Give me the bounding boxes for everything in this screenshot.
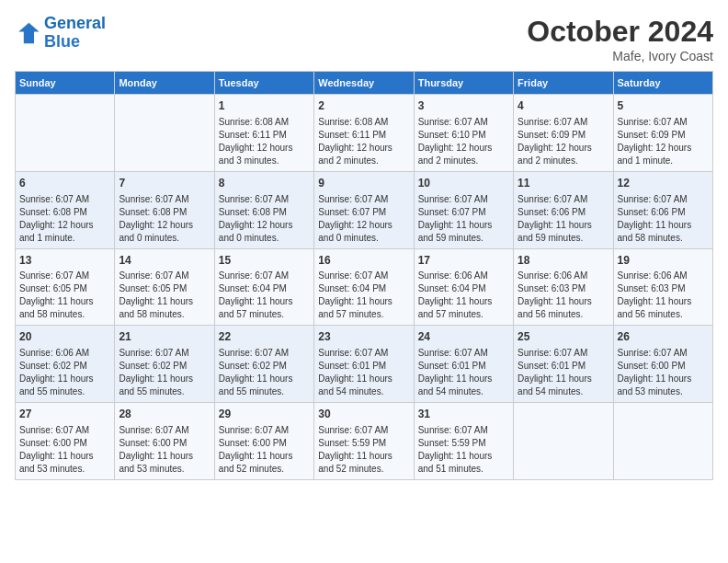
weekday-header: Tuesday: [214, 72, 313, 95]
calendar-cell: 21Sunrise: 6:07 AMSunset: 6:02 PMDayligh…: [115, 326, 214, 403]
day-info: Sunset: 6:04 PM: [219, 282, 310, 295]
day-info: Sunrise: 6:07 AM: [19, 270, 110, 282]
day-number: 16: [318, 253, 409, 269]
calendar-cell: 7Sunrise: 6:07 AMSunset: 6:08 PMDaylight…: [115, 171, 214, 248]
day-info: Sunrise: 6:07 AM: [119, 424, 210, 437]
day-info: Daylight: 11 hours and 54 minutes.: [518, 373, 609, 398]
day-number: 29: [219, 407, 310, 422]
month-title: October 2024: [527, 15, 713, 49]
calendar-cell: 10Sunrise: 6:07 AMSunset: 6:07 PMDayligh…: [414, 171, 513, 248]
calendar-cell: 31Sunrise: 6:07 AMSunset: 5:59 PMDayligh…: [414, 403, 513, 480]
day-info: Sunset: 6:06 PM: [518, 206, 609, 219]
day-info: Sunrise: 6:07 AM: [219, 347, 310, 360]
day-info: Daylight: 11 hours and 56 minutes.: [518, 295, 609, 321]
calendar-cell: 17Sunrise: 6:06 AMSunset: 6:04 PMDayligh…: [414, 248, 513, 326]
day-info: Sunrise: 6:07 AM: [19, 193, 110, 206]
calendar-cell: [16, 95, 115, 172]
logo-text: General Blue: [44, 15, 106, 52]
day-number: 18: [518, 253, 609, 269]
day-number: 25: [518, 329, 609, 345]
weekday-row: SundayMondayTuesdayWednesdayThursdayFrid…: [16, 72, 713, 95]
day-info: Daylight: 12 hours and 1 minute.: [19, 219, 110, 245]
calendar-cell: 25Sunrise: 6:07 AMSunset: 6:01 PMDayligh…: [514, 326, 613, 403]
logo-line1: General: [44, 14, 106, 32]
calendar-cell: 1Sunrise: 6:08 AMSunset: 6:11 PMDaylight…: [214, 95, 313, 172]
day-info: Sunset: 6:10 PM: [418, 129, 509, 142]
calendar-week-row: 1Sunrise: 6:08 AMSunset: 6:11 PMDaylight…: [16, 95, 713, 172]
calendar-cell: 23Sunrise: 6:07 AMSunset: 6:01 PMDayligh…: [314, 326, 414, 403]
calendar-week-row: 20Sunrise: 6:06 AMSunset: 6:02 PMDayligh…: [16, 326, 713, 403]
calendar-table: SundayMondayTuesdayWednesdayThursdayFrid…: [15, 71, 713, 480]
day-info: Daylight: 11 hours and 52 minutes.: [318, 450, 409, 476]
day-info: Sunrise: 6:07 AM: [19, 424, 110, 437]
day-info: Sunset: 6:07 PM: [318, 206, 409, 219]
day-info: Sunrise: 6:07 AM: [219, 270, 310, 282]
day-info: Sunset: 6:08 PM: [19, 206, 110, 219]
calendar-cell: 14Sunrise: 6:07 AMSunset: 6:05 PMDayligh…: [115, 248, 214, 326]
day-info: Sunset: 6:07 PM: [418, 206, 509, 219]
weekday-header: Friday: [514, 72, 613, 95]
day-info: Daylight: 11 hours and 58 minutes.: [19, 295, 110, 321]
day-info: Sunrise: 6:06 AM: [19, 347, 110, 360]
logo-icon: [15, 20, 40, 46]
day-info: Sunset: 6:04 PM: [318, 282, 409, 295]
day-number: 17: [418, 253, 509, 269]
day-info: Sunrise: 6:07 AM: [119, 347, 210, 360]
weekday-header: Thursday: [414, 72, 513, 95]
day-info: Sunset: 6:09 PM: [618, 129, 709, 142]
day-info: Sunrise: 6:08 AM: [219, 116, 310, 129]
weekday-header: Saturday: [613, 72, 712, 95]
day-info: Daylight: 11 hours and 55 minutes.: [119, 373, 210, 398]
day-info: Sunset: 6:00 PM: [618, 360, 709, 373]
day-info: Daylight: 11 hours and 58 minutes.: [618, 219, 709, 245]
day-info: Sunset: 6:00 PM: [119, 437, 210, 450]
day-info: Daylight: 12 hours and 3 minutes.: [219, 142, 310, 167]
day-info: Daylight: 11 hours and 54 minutes.: [418, 373, 509, 398]
day-info: Daylight: 11 hours and 56 minutes.: [618, 295, 709, 321]
day-number: 27: [19, 407, 110, 422]
day-info: Sunset: 6:11 PM: [318, 129, 409, 142]
day-info: Daylight: 11 hours and 55 minutes.: [19, 373, 110, 398]
day-info: Sunrise: 6:07 AM: [518, 193, 609, 206]
calendar-cell: 8Sunrise: 6:07 AMSunset: 6:08 PMDaylight…: [214, 171, 313, 248]
day-number: 12: [618, 176, 709, 191]
day-info: Daylight: 11 hours and 59 minutes.: [518, 219, 609, 245]
day-number: 26: [618, 329, 709, 345]
day-info: Daylight: 12 hours and 0 minutes.: [318, 219, 409, 245]
calendar-cell: 4Sunrise: 6:07 AMSunset: 6:09 PMDaylight…: [514, 95, 613, 172]
day-info: Sunrise: 6:08 AM: [318, 116, 409, 129]
svg-marker-0: [18, 23, 39, 43]
calendar-week-row: 13Sunrise: 6:07 AMSunset: 6:05 PMDayligh…: [16, 248, 713, 326]
day-info: Sunrise: 6:07 AM: [318, 424, 409, 437]
day-info: Sunrise: 6:06 AM: [418, 270, 509, 282]
day-number: 30: [318, 407, 409, 422]
day-info: Daylight: 11 hours and 52 minutes.: [219, 450, 310, 476]
calendar-cell: 19Sunrise: 6:06 AMSunset: 6:03 PMDayligh…: [613, 248, 712, 326]
day-info: Sunset: 6:01 PM: [418, 360, 509, 373]
day-info: Sunrise: 6:07 AM: [618, 193, 709, 206]
day-info: Sunrise: 6:07 AM: [318, 347, 409, 360]
day-info: Daylight: 11 hours and 53 minutes.: [19, 450, 110, 476]
day-info: Sunset: 6:02 PM: [19, 360, 110, 373]
calendar-cell: 26Sunrise: 6:07 AMSunset: 6:00 PMDayligh…: [613, 326, 712, 403]
calendar-cell: 12Sunrise: 6:07 AMSunset: 6:06 PMDayligh…: [613, 171, 712, 248]
calendar-cell: 20Sunrise: 6:06 AMSunset: 6:02 PMDayligh…: [16, 326, 115, 403]
day-info: Sunrise: 6:07 AM: [418, 347, 509, 360]
logo: General Blue: [15, 15, 106, 52]
logo-line2: Blue: [44, 32, 80, 51]
day-info: Daylight: 11 hours and 51 minutes.: [418, 450, 509, 476]
day-info: Sunset: 6:11 PM: [219, 129, 310, 142]
day-info: Sunset: 6:02 PM: [119, 360, 210, 373]
day-number: 11: [518, 176, 609, 191]
calendar-cell: 22Sunrise: 6:07 AMSunset: 6:02 PMDayligh…: [214, 326, 313, 403]
weekday-header: Wednesday: [314, 72, 414, 95]
day-info: Daylight: 12 hours and 2 minutes.: [518, 142, 609, 167]
day-info: Daylight: 11 hours and 53 minutes.: [119, 450, 210, 476]
day-info: Sunset: 6:05 PM: [19, 282, 110, 295]
day-number: 19: [618, 253, 709, 269]
calendar-cell: 29Sunrise: 6:07 AMSunset: 6:00 PMDayligh…: [214, 403, 313, 480]
day-info: Sunrise: 6:07 AM: [418, 424, 509, 437]
day-info: Sunrise: 6:07 AM: [318, 193, 409, 206]
calendar-cell: 5Sunrise: 6:07 AMSunset: 6:09 PMDaylight…: [613, 95, 712, 172]
day-info: Daylight: 11 hours and 59 minutes.: [418, 219, 509, 245]
